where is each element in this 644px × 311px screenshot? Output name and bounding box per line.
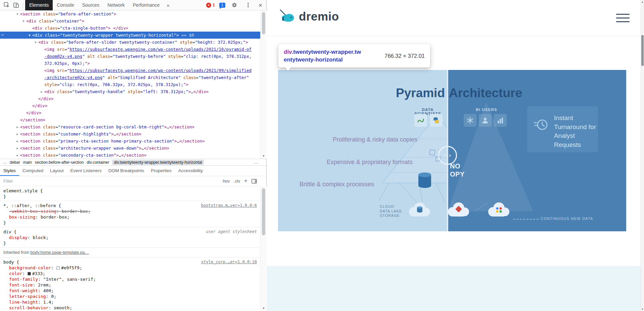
- twisty-closed-icon[interactable]: ▶: [15, 124, 20, 131]
- breadcrumb-item[interactable]: section.before-after-section: [35, 160, 84, 165]
- css-declaration[interactable]: letter-spacing: 0;: [3, 294, 257, 299]
- dom-tree-row[interactable]: ▶<section class="secondary-cta-section">…: [0, 152, 260, 159]
- dom-tree-row[interactable]: ▼<div class="before-after-slider twentyt…: [0, 39, 260, 46]
- twisty-closed-icon[interactable]: ▶: [15, 138, 20, 145]
- css-declaration[interactable]: font-size: 2rem;: [3, 282, 257, 288]
- stylesheet-link[interactable]: style_corp.…er=1.0.0:18: [201, 259, 257, 265]
- css-declaration[interactable]: background-color: #e9f5f9;: [3, 265, 257, 271]
- inherited-source-link[interactable]: body.home.page-template.pa…: [31, 250, 89, 255]
- scroll-up-icon[interactable]: ▲: [641, 1, 644, 3]
- stylesheet-link[interactable]: bootstrap.m…ver=1.0.0:6: [201, 203, 257, 208]
- twisty-closed-icon[interactable]: ▶: [39, 88, 44, 95]
- css-selector[interactable]: body: [3, 260, 14, 265]
- twisty-open-icon[interactable]: ▼: [15, 11, 20, 18]
- breadcrumb-item[interactable]: main: [23, 160, 32, 165]
- breadcrumb-overflow-right[interactable]: …: [253, 160, 258, 165]
- color-swatch[interactable]: [56, 266, 60, 270]
- sidebar-tab-event-listeners[interactable]: Event Listeners: [67, 165, 105, 176]
- devtools-tab-elements[interactable]: Elements: [25, 0, 53, 10]
- close-devtools-button[interactable]: ×: [257, 2, 264, 8]
- toolbar-right-cluster: × 1 1 ×: [206, 1, 264, 9]
- css-declaration[interactable]: -webkit-box-sizing: border-box;: [3, 208, 257, 214]
- inspect-element-icon[interactable]: [2, 1, 11, 9]
- class-toggle[interactable]: .cls: [234, 179, 240, 184]
- styles-filter-input[interactable]: [3, 179, 218, 184]
- before-after-slider-highlight[interactable]: Pyramid Architecture DATA SCIENTISTS BI …: [278, 70, 626, 231]
- styles-scrollbar[interactable]: ▼: [260, 186, 267, 311]
- sidebar-tab-properties[interactable]: Properties: [147, 165, 175, 176]
- twisty-open-icon[interactable]: ▼: [21, 18, 26, 25]
- css-declaration[interactable]: color: #333;: [3, 271, 257, 276]
- hamburger-menu-button[interactable]: [616, 14, 630, 25]
- color-swatch[interactable]: [28, 272, 31, 275]
- dom-tree-row[interactable]: ▶<div class="twentytwenty-handle" style=…: [0, 88, 260, 95]
- hover-state-toggle[interactable]: :hov: [222, 179, 230, 184]
- sidebar-tab-dom-breakpoints[interactable]: DOM Breakpoints: [105, 165, 148, 176]
- css-selector[interactable]: div: [3, 229, 11, 234]
- dom-tree-row[interactable]: ▶<section class="resource-card-section b…: [0, 123, 260, 130]
- scrollbar-thumb[interactable]: [641, 35, 644, 66]
- twisty-closed-icon[interactable]: ▶: [15, 145, 20, 152]
- css-declaration[interactable]: font-family: "Inter", sans-serif;: [3, 276, 257, 282]
- node-menu-dots-icon[interactable]: ⋯: [1, 32, 4, 39]
- css-declaration[interactable]: font-weight: 400;: [3, 288, 257, 294]
- dom-tree-scrollbar[interactable]: ▼: [260, 10, 267, 159]
- css-declaration[interactable]: display: block;: [3, 235, 257, 240]
- devtools-tab-network[interactable]: Network: [103, 0, 129, 10]
- dock-side-icon[interactable]: [251, 179, 257, 184]
- twisty-closed-icon[interactable]: ▶: [15, 131, 20, 138]
- devtools-tab-performance[interactable]: Performance: [129, 0, 164, 10]
- browser-scrollbar[interactable]: ▲ ▼: [641, 0, 644, 311]
- dom-tree-row[interactable]: ▶<section class="primary-cta-section hom…: [0, 138, 260, 145]
- kebab-menu-icon[interactable]: [243, 1, 253, 9]
- devtools-tab-console[interactable]: Console: [53, 0, 78, 10]
- css-selector[interactable]: *, ::after, ::before: [3, 203, 56, 208]
- error-badge[interactable]: × 1: [206, 3, 215, 8]
- scroll-down-icon[interactable]: ▼: [261, 154, 267, 158]
- css-declaration[interactable]: box-sizing: border-box;: [3, 214, 257, 220]
- sidebar-tab-computed[interactable]: Computed: [19, 165, 47, 176]
- dom-tree-row[interactable]: </div>: [0, 95, 260, 102]
- dom-tree-row[interactable]: -doom@2x-v4.png" alt class="twentytwenty…: [0, 53, 260, 60]
- sidebar-tab-layout[interactable]: Layout: [47, 165, 67, 176]
- dom-tree-row[interactable]: ▼<div class="container">: [0, 17, 260, 25]
- scrollbar-thumb[interactable]: [262, 12, 265, 34]
- dom-tree-row[interactable]: ▼<section class="before-after-section">: [0, 10, 260, 17]
- scroll-down-icon[interactable]: ▼: [641, 308, 644, 310]
- more-tabs-chevron[interactable]: »: [164, 2, 173, 8]
- dom-tree-row[interactable]: <img src="https://subsurfacestg.wpengine…: [0, 67, 260, 74]
- sidebar-tab-accessibility[interactable]: Accessibility: [175, 165, 206, 176]
- dom-tree-row[interactable]: <img src="https://subsurfacestg.wpengine…: [0, 46, 260, 53]
- dom-tree-row[interactable]: -architecture@2x-v4.png" alt="Simplified…: [0, 74, 260, 81]
- dom-tree-row[interactable]: 372.025px, 0px);">: [0, 60, 260, 67]
- dom-tree-row[interactable]: </div>: [0, 102, 260, 109]
- dom-tree-row[interactable]: ▼<div class="twentytwenty-wrapper twenty…: [0, 32, 260, 39]
- breadcrumb-overflow-left[interactable]: …: [3, 160, 7, 165]
- styles-sidebar-tab-bar: StylesComputedLayoutEvent ListenersDOM B…: [0, 165, 266, 176]
- new-style-rule-button[interactable]: +: [244, 178, 247, 184]
- breadcrumb-item[interactable]: div.container: [87, 160, 109, 165]
- dom-tree-row[interactable]: </div>: [0, 109, 260, 116]
- slider-handle[interactable]: ‹ ›: [438, 146, 457, 165]
- device-toolbar-icon[interactable]: [11, 1, 21, 9]
- dom-tree-row[interactable]: ▶<section class="customer-highlights">…<…: [0, 130, 260, 138]
- issues-badge-icon[interactable]: 1: [219, 3, 225, 8]
- dom-tree-row[interactable]: ▶<section class="architecture-wrapper wa…: [0, 145, 260, 152]
- scrollbar-thumb[interactable]: [262, 188, 265, 235]
- breadcrumb-item[interactable]: div.twentytwenty-wrapper.twentytwenty-ho…: [112, 160, 204, 165]
- twisty-closed-icon[interactable]: ▶: [15, 152, 20, 159]
- breadcrumb-item[interactable]: debar: [10, 160, 20, 165]
- css-selector[interactable]: element.style: [3, 188, 38, 193]
- settings-gear-icon[interactable]: [230, 1, 239, 9]
- devtools-tab-sources[interactable]: Sources: [78, 0, 103, 10]
- twisty-open-icon[interactable]: ▼: [33, 39, 38, 46]
- dom-tree-row[interactable]: style="clip: rect(0px, 766.32px, 372.025…: [0, 81, 260, 88]
- dom-tree-row[interactable]: <div class="cta-single-button"> </div>: [0, 25, 260, 32]
- css-declaration[interactable]: scroll-behavior: smooth;: [3, 305, 257, 311]
- dom-tree-row[interactable]: </section>: [0, 116, 260, 123]
- scroll-down-icon[interactable]: ▼: [261, 307, 267, 310]
- twisty-open-icon[interactable]: ▼: [27, 32, 32, 39]
- css-declaration[interactable]: line-height: 1.4;: [3, 299, 257, 305]
- sidebar-tab-styles[interactable]: Styles: [0, 165, 19, 176]
- dremio-logo[interactable]: dremio: [279, 9, 339, 24]
